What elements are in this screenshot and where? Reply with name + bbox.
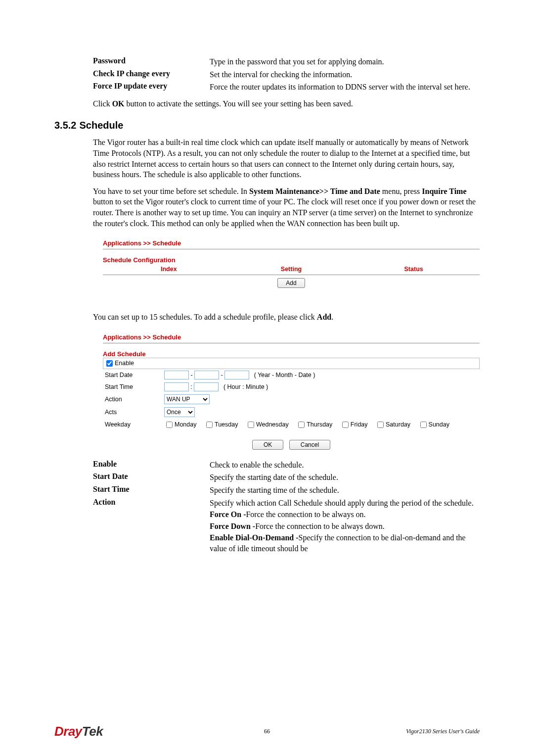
router-ui-add-schedule: Applications >> Schedule Add Schedule En… — [103, 333, 480, 450]
weekday-saturday[interactable]: Saturday — [375, 421, 410, 428]
term-start-time: Start Time — [93, 485, 210, 496]
para3-pre: You can set up to 15 schedules. To add a… — [93, 313, 317, 321]
para2-seg3: button to set the Vigor router's clock t… — [93, 197, 476, 227]
desc-password: Type in the password that you set for ap… — [210, 56, 480, 67]
desc-start-date: Specify the starting date of the schedul… — [210, 472, 480, 483]
para3-post: . — [331, 313, 333, 321]
section-title: Schedule Configuration — [103, 256, 480, 264]
acts-select[interactable]: Once — [164, 407, 195, 417]
add-schedule-form: Enable Start Date - - ( Year - Month - D… — [103, 358, 480, 431]
section-title: Add Schedule — [103, 350, 480, 358]
term-enable: Enable — [93, 460, 210, 471]
enable-label: Enable — [115, 360, 134, 367]
start-time-row: Start Time : ( Hour : Minute ) — [103, 381, 480, 393]
lbl-monday: Monday — [175, 421, 196, 428]
weekday-monday[interactable]: Monday — [164, 421, 196, 428]
para2-b2: Inquire Time — [422, 187, 466, 195]
desc-force-ip: Force the router updates its information… — [210, 82, 480, 93]
weekday-sunday[interactable]: Sunday — [418, 421, 449, 428]
table-action-row: Add — [103, 275, 480, 291]
cb-sunday[interactable] — [420, 422, 427, 428]
lbl-thursday: Thursday — [307, 421, 332, 428]
guide-title: Vigor2130 Series User's Guide — [406, 728, 480, 735]
minute-input[interactable] — [194, 382, 219, 391]
def-enable: Enable Check to enable the schedule. — [93, 460, 480, 471]
enable-row: Enable — [103, 358, 480, 369]
breadcrumb: Applications >> Schedule — [103, 239, 480, 247]
schedule-table: Index Setting Status Add — [103, 265, 480, 291]
term-force-ip: Force IP update every — [93, 82, 210, 93]
para3-bold: Add — [317, 313, 331, 321]
def-start-time: Start Time Specify the starting time of … — [93, 485, 480, 496]
click-ok-post: button to activate the settings. You wil… — [125, 99, 353, 108]
divider — [103, 343, 480, 343]
cancel-button[interactable]: Cancel — [289, 440, 330, 450]
col-status: Status — [348, 265, 480, 275]
def-check-ip: Check IP change every Set the interval f… — [93, 69, 480, 80]
cb-wednesday[interactable] — [248, 422, 254, 428]
heading-title: Schedule — [79, 120, 123, 131]
page-footer: DrayTek 66 Vigor2130 Series User's Guide — [0, 724, 534, 739]
action-line-1-bold: Force On - — [210, 510, 246, 519]
start-date-row: Start Date - - ( Year - Month - Date ) — [103, 369, 480, 381]
action-line-2-text: Force the connection to be always down. — [255, 522, 385, 530]
section-heading: 3.5.2Schedule — [54, 120, 480, 131]
enable-checkbox[interactable] — [106, 360, 113, 367]
para2-b1: System Maintenance>> Time and Date — [249, 187, 380, 195]
action-row: Action WAN UP — [103, 393, 480, 406]
desc-action: Specify which action Call Schedule shoul… — [210, 498, 480, 554]
logo-tek: Tek — [82, 724, 103, 739]
router-ui-schedule-list: Applications >> Schedule Schedule Config… — [103, 239, 480, 291]
year-input[interactable] — [164, 371, 189, 379]
para-2: You have to set your time before set sch… — [93, 186, 480, 229]
date-input[interactable] — [224, 371, 249, 379]
add-button[interactable]: Add — [277, 278, 305, 288]
date-sep-2: - — [221, 372, 223, 378]
cb-monday[interactable] — [166, 422, 173, 428]
month-input[interactable] — [194, 371, 219, 379]
heading-num: 3.5.2 — [54, 120, 76, 131]
col-index: Index — [103, 265, 235, 275]
time-sep: : — [190, 383, 192, 390]
desc-enable: Check to enable the schedule. — [210, 460, 480, 471]
cb-thursday[interactable] — [298, 422, 305, 428]
term-action: Action — [93, 498, 210, 554]
weekday-thursday[interactable]: Thursday — [296, 421, 332, 428]
weekday-row: Weekday Monday Tuesday Wednesday Thursda… — [103, 419, 480, 431]
ok-button[interactable]: OK — [252, 440, 283, 450]
def-force-ip: Force IP update every Force the router u… — [93, 82, 480, 93]
breadcrumb: Applications >> Schedule — [103, 333, 480, 341]
lbl-friday: Friday — [351, 421, 368, 428]
date-sep-1: - — [190, 372, 192, 378]
click-ok-pre: Click — [93, 99, 112, 108]
action-line-3: Enable Dial-On-Demand -Specify the conne… — [210, 532, 480, 554]
def-action: Action Specify which action Call Schedul… — [93, 498, 480, 554]
action-line-1-text: Force the connection to be always on. — [246, 510, 365, 519]
action-line-2-bold: Force Down - — [210, 522, 255, 530]
lbl-sunday: Sunday — [429, 421, 449, 428]
page-number: 66 — [264, 728, 270, 735]
weekday-tuesday[interactable]: Tuesday — [204, 421, 238, 428]
para-1: The Vigor router has a built-in real tim… — [93, 137, 480, 180]
col-setting: Setting — [235, 265, 348, 275]
start-date-label: Start Date — [103, 369, 162, 381]
cb-tuesday[interactable] — [206, 422, 213, 428]
action-select[interactable]: WAN UP — [164, 394, 210, 404]
hour-input[interactable] — [164, 382, 189, 391]
para2-seg2: menu, press — [380, 187, 422, 195]
weekday-wednesday[interactable]: Wednesday — [246, 421, 289, 428]
action-intro: Specify which action Call Schedule shoul… — [210, 498, 480, 509]
para2-seg1: You have to set your time before set sch… — [93, 187, 249, 195]
desc-check-ip: Set the interval for checking the inform… — [210, 69, 480, 80]
acts-row: Acts Once — [103, 406, 480, 419]
start-time-label: Start Time — [103, 381, 162, 393]
brand-logo: DrayTek — [54, 724, 103, 739]
term-password: Password — [93, 56, 210, 67]
acts-label: Acts — [103, 406, 162, 419]
cb-friday[interactable] — [342, 422, 349, 428]
cb-saturday[interactable] — [377, 422, 384, 428]
def-start-date: Start Date Specify the starting date of … — [93, 472, 480, 483]
logo-dray: Dray — [54, 724, 82, 739]
def-password: Password Type in the password that you s… — [93, 56, 480, 67]
weekday-friday[interactable]: Friday — [340, 421, 368, 428]
